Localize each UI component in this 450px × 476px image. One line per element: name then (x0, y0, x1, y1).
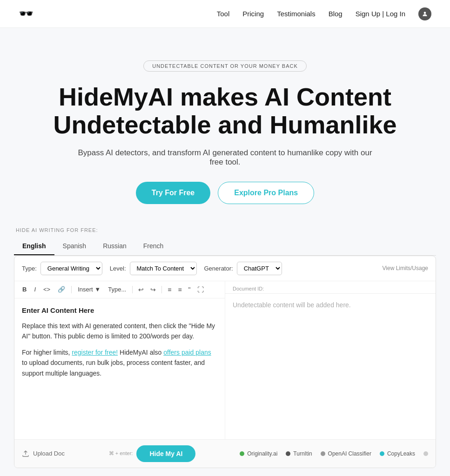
expand-button[interactable]: ⛶ (195, 285, 206, 294)
output-doc-id: Document ID: (225, 281, 436, 294)
editor-toolbar: B I <> 🔗 Insert ▼ Type... ↩ ↪ ≡ ≡ " ⛶ (14, 281, 225, 298)
editor-heading: Enter AI Content Here (22, 305, 217, 316)
italic-button[interactable]: I (32, 285, 38, 294)
turnitin-label: TurnItin (293, 450, 312, 457)
openai-dot (321, 451, 325, 456)
code-button[interactable]: <> (41, 285, 53, 294)
hero-section: UNDETECTABLE CONTENT OR YOUR MONEY BACK … (0, 28, 450, 227)
undo-button[interactable]: ↩ (136, 285, 146, 294)
openai-label: OpenAI Classifier (328, 450, 371, 457)
editor-para2: For higher limits, register for free! Hi… (22, 347, 217, 378)
originality-dot (240, 451, 244, 456)
upload-doc-label: Upload Doc (33, 450, 65, 457)
nav-signup-login[interactable]: Sign Up | Log In (356, 10, 405, 18)
try-for-free-button[interactable]: Try For Free (136, 182, 210, 204)
hero-headline: HideMyAI makes AI Content Undetectable a… (48, 83, 402, 139)
nav-pricing[interactable]: Pricing (242, 10, 264, 18)
tool-footer: Upload Doc ⌘ + enter: Hide My AI Origina… (14, 439, 436, 468)
extra-dot (423, 451, 428, 456)
turnitin-dot (286, 451, 290, 456)
upload-doc-button[interactable]: Upload Doc (22, 450, 65, 457)
nav-blog[interactable]: Blog (329, 10, 343, 18)
tool-options-bar: Type: General Writing Level: Match To Co… (14, 256, 436, 281)
detector-openai: OpenAI Classifier (321, 450, 371, 457)
output-pane: Document ID: Undetectable content will b… (225, 281, 436, 439)
nav-testimonials[interactable]: Testimonials (277, 10, 316, 18)
user-avatar-icon[interactable] (418, 7, 431, 20)
insert-dropdown[interactable]: Insert ▼ (75, 285, 103, 294)
editor-para2-end: to upload documents, run bulk jobs, proc… (22, 359, 205, 377)
tool-body: B I <> 🔗 Insert ▼ Type... ↩ ↪ ≡ ≡ " ⛶ (14, 281, 436, 439)
link-button[interactable]: 🔗 (55, 285, 67, 294)
nav-tool[interactable]: Tool (217, 10, 230, 18)
bold-button[interactable]: B (20, 285, 29, 294)
toolbar-divider-2 (132, 286, 133, 293)
hero-headline-line1: HideMyAI makes AI Content (59, 83, 391, 111)
tool-section-label: HIDE AI WRITING FOR FREE: (16, 227, 436, 233)
originality-label: Originality.ai (247, 450, 277, 457)
type-dropdown[interactable]: Type... (106, 285, 128, 294)
tab-spanish[interactable]: Spanish (54, 238, 95, 255)
tool-card: Type: General Writing Level: Match To Co… (14, 256, 436, 468)
level-select[interactable]: Match To Content (130, 262, 197, 275)
svg-point-0 (424, 12, 426, 14)
type-label: Type: (22, 265, 37, 272)
tool-footer-right: ⌘ + enter: Hide My AI (109, 445, 196, 462)
logo[interactable]: 🕶️ (19, 7, 33, 21)
generator-select[interactable]: ChatGPT (237, 262, 282, 275)
nav-links: Tool Pricing Testimonials Blog Sign Up |… (217, 7, 431, 20)
hero-badge: UNDETECTABLE CONTENT OR YOUR MONEY BACK (143, 60, 307, 72)
paid-plans-link[interactable]: offers paid plans (163, 349, 211, 356)
tool-section: HIDE AI WRITING FOR FREE: English Spanis… (0, 227, 450, 476)
tab-russian[interactable]: Russian (94, 238, 135, 255)
hero-headline-line2: Undetectable and Humanlike (53, 111, 396, 139)
detector-extra (423, 451, 428, 456)
tab-french[interactable]: French (135, 238, 172, 255)
redo-button[interactable]: ↪ (148, 285, 158, 294)
keyboard-hint: ⌘ + enter: (109, 450, 133, 456)
toolbar-divider-3 (161, 286, 162, 293)
hide-my-ai-button[interactable]: Hide My AI (136, 445, 195, 462)
hero-buttons: Try For Free Explore Pro Plans (19, 182, 431, 204)
detector-turnitin: TurnItin (286, 450, 312, 457)
editor-content[interactable]: Enter AI Content Here Replace this text … (14, 298, 225, 439)
editor-para1: Replace this text with AI generated cont… (22, 321, 217, 342)
toolbar-divider-1 (71, 286, 72, 293)
tab-english[interactable]: English (14, 238, 54, 255)
unordered-list-button[interactable]: ≡ (166, 285, 173, 294)
generator-option: Generator: ChatGPT (204, 262, 282, 275)
view-limits-link[interactable]: View Limits/Usage (383, 265, 428, 271)
upload-icon (22, 450, 29, 457)
level-option: Level: Match To Content (110, 262, 197, 275)
level-label: Level: (110, 265, 126, 272)
output-content: Undetectable content will be added here. (225, 294, 436, 439)
register-link[interactable]: register for free! (72, 349, 118, 356)
copyleaks-label: CopyLeaks (387, 450, 415, 457)
navbar: 🕶️ Tool Pricing Testimonials Blog Sign U… (0, 0, 450, 28)
detector-badges: Originality.ai TurnItin OpenAI Classifie… (240, 450, 428, 457)
explore-pro-plans-button[interactable]: Explore Pro Plans (218, 182, 314, 204)
hero-subtext: Bypass AI detectors, and transform AI ge… (76, 148, 374, 167)
detector-originality: Originality.ai (240, 450, 277, 457)
editor-para2-start: For higher limits, (22, 349, 72, 356)
logo-icon: 🕶️ (19, 7, 33, 21)
detector-copyleaks: CopyLeaks (380, 450, 415, 457)
language-tabs: English Spanish Russian French (14, 238, 436, 256)
copyleaks-dot (380, 451, 384, 456)
type-select[interactable]: General Writing (40, 262, 102, 275)
input-pane: B I <> 🔗 Insert ▼ Type... ↩ ↪ ≡ ≡ " ⛶ (14, 281, 225, 439)
quote-button[interactable]: " (187, 285, 193, 294)
editor-para2-mid: HideMyAI also (118, 349, 163, 356)
generator-label: Generator: (204, 265, 233, 272)
type-option: Type: General Writing (22, 262, 102, 275)
ordered-list-button[interactable]: ≡ (176, 285, 183, 294)
